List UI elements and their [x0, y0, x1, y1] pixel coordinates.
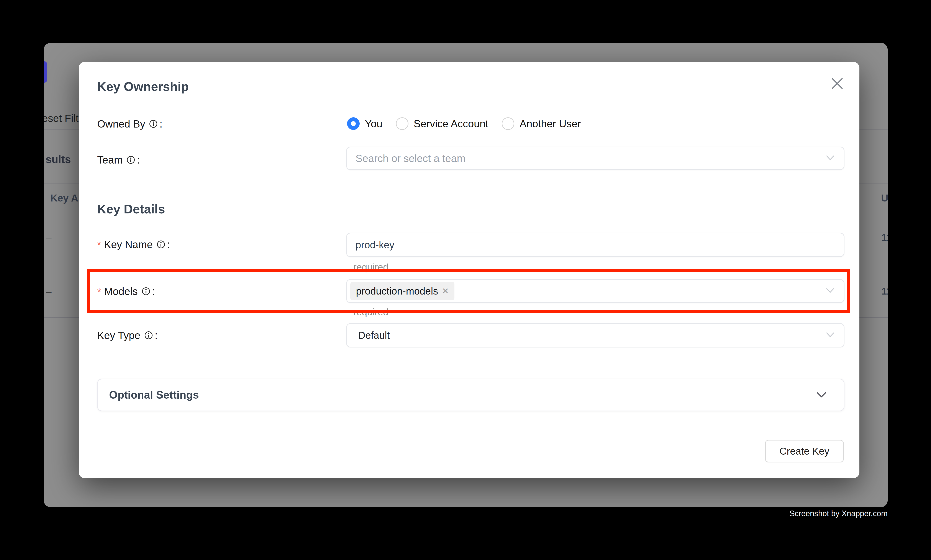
table-row-alias-cell: – [46, 286, 52, 298]
close-icon [831, 77, 843, 89]
create-key-modal: Key Ownership Owned By : You Service Acc… [79, 62, 859, 478]
team-select-placeholder: Search or select a team [355, 152, 466, 165]
radio-owned-by-service-account[interactable]: Service Account [396, 117, 488, 130]
radio-owned-by-another-user[interactable]: Another User [502, 117, 581, 130]
create-key-button[interactable]: Create Key [765, 440, 844, 462]
models-multiselect[interactable]: production-models ✕ [346, 279, 845, 303]
table-row-date-cell: 11/ [882, 286, 888, 297]
remove-tag-icon[interactable]: ✕ [442, 287, 449, 295]
models-label-row: * Models : [97, 285, 155, 298]
table-row-alias-cell: – [46, 232, 52, 244]
reset-filters-button-fragment: eset Filt [44, 112, 78, 124]
optional-settings-title: Optional Settings [109, 389, 817, 401]
optional-settings-toggle[interactable]: Optional Settings [97, 379, 845, 411]
close-button[interactable] [829, 75, 846, 92]
required-marker: * [97, 239, 101, 251]
chevron-down-icon [826, 288, 834, 294]
info-icon[interactable] [149, 120, 158, 128]
watermark: Screenshot by Xnapper.com [789, 509, 888, 518]
info-icon[interactable] [157, 240, 165, 249]
key-name-input[interactable] [355, 239, 832, 251]
chevron-down-icon [817, 392, 826, 398]
team-label-row: Team : [97, 154, 140, 166]
key-type-value: Default [358, 329, 390, 341]
owned-by-label: Owned By : [97, 118, 163, 130]
required-marker: * [97, 286, 101, 298]
key-name-input-wrap [346, 233, 845, 257]
dimmed-primary-button-fragment [44, 62, 47, 83]
model-tag-label: production-models [356, 285, 438, 297]
table-row-date-cell: 11/ [882, 232, 888, 243]
chevron-down-icon [826, 332, 834, 338]
models-required-message: required [353, 307, 388, 317]
results-count-fragment: sults [46, 153, 71, 166]
radio-unselected-icon[interactable] [396, 117, 408, 130]
models-label: * Models : [97, 285, 155, 298]
info-icon[interactable] [144, 331, 153, 340]
column-header-updated: Up [881, 192, 888, 204]
key-name-label: * Key Name : [97, 238, 170, 251]
info-icon[interactable] [126, 155, 135, 164]
team-label: Team : [97, 154, 140, 166]
radio-unselected-icon[interactable] [502, 117, 514, 130]
key-type-label-row: Key Type : [97, 329, 158, 342]
info-icon[interactable] [142, 287, 150, 295]
section-heading-key-ownership: Key Ownership [97, 79, 189, 94]
owned-by-radio-group: You Service Account Another User [347, 117, 581, 130]
radio-selected-icon[interactable] [347, 117, 360, 130]
team-select[interactable]: Search or select a team [346, 147, 845, 170]
section-heading-key-details: Key Details [97, 202, 165, 216]
key-type-select[interactable]: Default [346, 323, 845, 348]
key-name-label-row: * Key Name : [97, 238, 170, 251]
model-tag: production-models ✕ [350, 282, 454, 300]
owned-by-label-row: Owned By : [97, 118, 163, 130]
chevron-down-icon [826, 155, 834, 162]
radio-owned-by-you[interactable]: You [347, 117, 382, 130]
key-type-label: Key Type : [97, 329, 158, 342]
key-name-required-message: required [353, 262, 388, 272]
